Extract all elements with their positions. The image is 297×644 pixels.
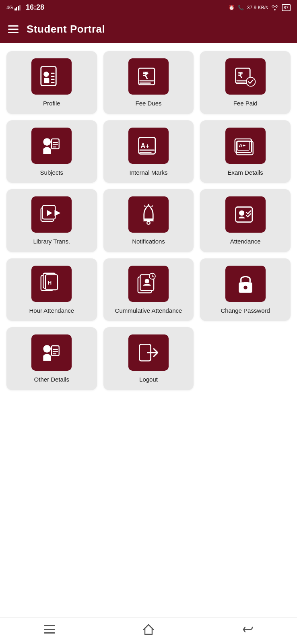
app-title: Student Portral — [27, 23, 105, 35]
fee-dues-label: Fee Dues — [135, 99, 161, 107]
other-details-button[interactable]: Other Details — [6, 327, 97, 390]
svg-point-35 — [147, 221, 150, 225]
library-trans-button[interactable]: Library Trans. — [6, 189, 97, 252]
battery-icon: 87 — [282, 4, 291, 11]
svg-rect-60 — [44, 625, 55, 626]
change-password-icon-box — [225, 266, 266, 302]
bottom-home-button[interactable] — [138, 622, 159, 637]
cummulative-attendance-icon-box — [128, 266, 169, 302]
bottom-back-icon — [242, 624, 253, 635]
exam-details-icon-box: A+ — [225, 128, 266, 164]
attendance-icon-box — [225, 196, 266, 233]
hamburger-menu[interactable] — [8, 25, 19, 33]
svg-text:₹: ₹ — [238, 71, 243, 80]
fee-paid-label: Fee Paid — [233, 99, 258, 107]
subjects-icon — [39, 134, 64, 158]
library-trans-icon-box — [31, 196, 72, 233]
wifi-icon — [271, 5, 278, 10]
time-display: 16:28 — [26, 3, 44, 12]
svg-rect-19 — [236, 83, 245, 84]
alarm-icon: ⏰ — [229, 5, 235, 10]
logout-label: Logout — [139, 376, 158, 384]
svg-rect-61 — [44, 629, 55, 630]
fee-dues-icon-box: ₹ — [128, 58, 169, 95]
status-left: 4G 16:28 — [6, 3, 44, 12]
svg-text:₹: ₹ — [142, 71, 148, 81]
bottom-menu-button[interactable] — [39, 622, 60, 637]
main-content: Profile ₹ Fee Dues ₹ — [0, 43, 297, 617]
logout-icon — [136, 341, 161, 365]
exam-details-icon: A+ — [233, 134, 258, 158]
change-password-icon — [233, 272, 258, 296]
cummulative-attendance-label: Cummulative Attendance — [115, 307, 182, 315]
hour-attendance-button[interactable]: H Hour Attendance — [6, 258, 97, 321]
svg-rect-13 — [139, 80, 154, 81]
bottom-home-icon — [143, 624, 154, 635]
profile-label: Profile — [43, 99, 60, 107]
attendance-button[interactable]: Attendance — [200, 189, 291, 252]
svg-rect-62 — [44, 632, 55, 634]
hour-attendance-icon: H — [39, 272, 64, 296]
attendance-icon — [233, 202, 258, 227]
fee-paid-button[interactable]: ₹ Fee Paid — [200, 51, 291, 114]
menu-grid: Profile ₹ Fee Dues ₹ — [6, 51, 291, 321]
exam-details-label: Exam Details — [227, 169, 263, 177]
hour-attendance-label: Hour Attendance — [29, 307, 74, 315]
subjects-button[interactable]: Subjects — [6, 120, 97, 183]
svg-rect-22 — [53, 142, 58, 142]
svg-rect-24 — [53, 146, 56, 147]
internal-marks-label: Internal Marks — [129, 169, 167, 177]
last-row-grid: Other Details Logout — [6, 327, 291, 390]
svg-rect-6 — [44, 78, 50, 83]
svg-rect-3 — [19, 5, 21, 10]
notifications-icon — [136, 202, 161, 227]
notifications-label: Notifications — [132, 237, 165, 246]
other-details-icon-box — [31, 334, 72, 371]
svg-rect-55 — [53, 349, 58, 350]
bottom-back-button[interactable] — [237, 622, 258, 637]
profile-icon — [39, 64, 64, 89]
svg-text:A+: A+ — [239, 142, 245, 148]
internal-marks-icon: A+ — [136, 134, 161, 158]
svg-point-53 — [43, 345, 51, 353]
svg-rect-28 — [139, 152, 151, 153]
svg-rect-0 — [14, 8, 16, 10]
bottom-nav — [0, 617, 297, 644]
library-trans-icon — [39, 202, 64, 227]
svg-rect-1 — [16, 7, 17, 10]
logout-button[interactable]: Logout — [103, 327, 194, 390]
other-details-label: Other Details — [34, 376, 70, 384]
svg-rect-9 — [51, 79, 54, 80]
svg-rect-18 — [236, 80, 247, 81]
empty-cell — [200, 327, 291, 390]
internal-marks-icon-box: A+ — [128, 128, 169, 164]
svg-point-5 — [44, 72, 49, 77]
svg-point-40 — [239, 211, 244, 216]
fee-dues-button[interactable]: ₹ Fee Dues — [103, 51, 194, 114]
svg-rect-8 — [51, 76, 54, 77]
signal-bars-icon — [14, 5, 22, 10]
status-bar: 4G 16:28 ⏰ 📞 37.9 KB/s 87 — [0, 0, 297, 15]
svg-rect-57 — [53, 353, 56, 354]
status-right: ⏰ 📞 37.9 KB/s 87 — [229, 4, 291, 11]
svg-line-38 — [151, 206, 153, 207]
profile-button[interactable]: Profile — [6, 51, 97, 114]
logout-icon-box — [128, 334, 169, 371]
notifications-button[interactable]: Notifications — [103, 189, 194, 252]
fee-dues-icon: ₹ — [136, 64, 161, 89]
bottom-menu-icon — [44, 625, 55, 634]
exam-details-button[interactable]: A+ Exam Details — [200, 120, 291, 183]
svg-line-37 — [144, 206, 146, 207]
change-password-label: Change Password — [221, 307, 270, 315]
svg-rect-27 — [139, 149, 155, 151]
library-trans-label: Library Trans. — [33, 237, 70, 246]
profile-icon-box — [31, 58, 72, 95]
internal-marks-button[interactable]: A+ Internal Marks — [103, 120, 194, 183]
svg-rect-23 — [53, 144, 58, 145]
cummulative-attendance-button[interactable]: Cummulative Attendance — [103, 258, 194, 321]
svg-rect-7 — [51, 73, 54, 74]
svg-point-20 — [43, 138, 51, 146]
svg-rect-10 — [51, 82, 54, 83]
svg-rect-14 — [139, 83, 151, 84]
change-password-button[interactable]: Change Password — [200, 258, 291, 321]
